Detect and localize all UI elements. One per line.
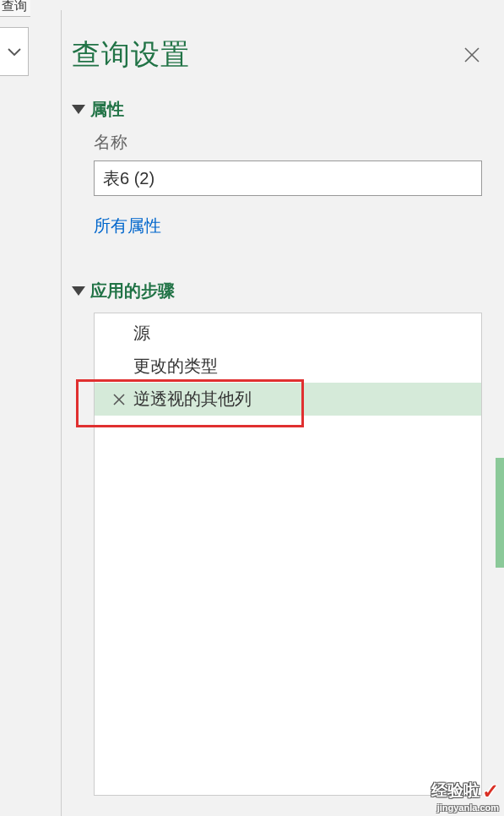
query-settings-panel: 查询设置 属性 名称 所有属性 应用的步骤 源 更改的类型 — [61, 10, 504, 816]
properties-header[interactable]: 属性 — [70, 98, 489, 121]
top-tab-fragment: 查询 — [0, 0, 30, 17]
dropdown-button[interactable] — [0, 27, 29, 76]
watermark: 经验啦 ✓ jingyanla.com — [431, 781, 499, 813]
step-item-unpivot-selected[interactable]: 逆透视的其他列 — [95, 383, 481, 416]
collapse-icon — [72, 286, 85, 296]
delete-step-icon[interactable] — [111, 392, 127, 407]
panel-title: 查询设置 — [72, 35, 190, 74]
name-label: 名称 — [94, 131, 489, 154]
scrollbar-indicator[interactable] — [496, 458, 504, 568]
watermark-url: jingyanla.com — [431, 802, 499, 813]
name-input[interactable] — [94, 160, 482, 196]
check-icon: ✓ — [482, 781, 499, 802]
step-item-changed-type[interactable]: 更改的类型 — [95, 350, 481, 383]
step-item-label: 逆透视的其他列 — [133, 388, 252, 411]
watermark-text: 经验啦 — [431, 782, 480, 800]
close-button[interactable] — [462, 45, 482, 65]
panel-header: 查询设置 — [62, 10, 504, 95]
collapse-icon — [72, 105, 85, 114]
step-item-source[interactable]: 源 — [95, 313, 481, 350]
steps-title: 应用的步骤 — [90, 280, 175, 302]
close-icon — [463, 46, 481, 64]
chevron-down-icon — [6, 46, 23, 57]
steps-list: 源 更改的类型 逆透视的其他列 — [94, 313, 482, 796]
applied-steps-section: 应用的步骤 源 更改的类型 逆透视的其他列 — [62, 276, 504, 796]
properties-section: 属性 名称 所有属性 — [62, 95, 504, 237]
steps-header[interactable]: 应用的步骤 — [70, 280, 489, 302]
all-properties-link[interactable]: 所有属性 — [94, 215, 161, 237]
properties-title: 属性 — [90, 98, 124, 121]
